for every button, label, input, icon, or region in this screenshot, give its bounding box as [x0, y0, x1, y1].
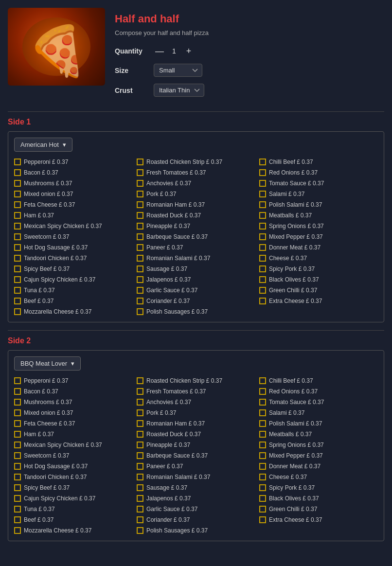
topping-checkbox[interactable]	[137, 399, 143, 406]
topping-checkbox[interactable]	[259, 276, 266, 283]
topping-checkbox[interactable]	[259, 399, 266, 406]
topping-checkbox[interactable]	[14, 201, 21, 208]
topping-checkbox[interactable]	[14, 255, 21, 262]
topping-checkbox[interactable]	[137, 223, 143, 230]
topping-checkbox[interactable]	[137, 265, 143, 272]
topping-item: Pineapple £ 0.37	[137, 222, 255, 230]
topping-checkbox[interactable]	[14, 377, 21, 384]
topping-checkbox[interactable]	[259, 463, 266, 470]
topping-checkbox[interactable]	[259, 244, 266, 251]
topping-checkbox[interactable]	[137, 255, 143, 262]
topping-checkbox[interactable]	[14, 527, 21, 534]
topping-checkbox[interactable]	[259, 265, 266, 272]
topping-checkbox[interactable]	[137, 442, 143, 448]
topping-checkbox[interactable]	[14, 244, 21, 251]
topping-checkbox[interactable]	[14, 223, 21, 230]
topping-checkbox[interactable]	[137, 463, 143, 470]
topping-checkbox[interactable]	[259, 442, 266, 448]
topping-checkbox[interactable]	[259, 233, 266, 240]
crust-select[interactable]: Italian Thin Thick Stuffed	[154, 84, 204, 97]
topping-checkbox[interactable]	[14, 265, 21, 272]
topping-checkbox[interactable]	[259, 409, 266, 416]
topping-checkbox[interactable]	[259, 506, 266, 513]
topping-checkbox[interactable]	[137, 212, 143, 219]
topping-checkbox[interactable]	[14, 474, 21, 480]
topping-checkbox[interactable]	[14, 431, 21, 438]
topping-checkbox[interactable]	[137, 298, 143, 304]
topping-checkbox[interactable]	[259, 191, 266, 197]
topping-checkbox[interactable]	[137, 516, 143, 523]
topping-checkbox[interactable]	[14, 495, 21, 502]
topping-checkbox[interactable]	[14, 388, 21, 395]
topping-checkbox[interactable]	[14, 409, 21, 416]
topping-item: Hot Dog Sausage £ 0.37	[14, 243, 133, 252]
topping-checkbox[interactable]	[14, 212, 21, 219]
topping-checkbox[interactable]	[259, 180, 266, 187]
side2-pizza-select[interactable]: BBQ Meat Lover ▾	[14, 356, 81, 371]
topping-checkbox[interactable]	[14, 516, 21, 523]
topping-checkbox[interactable]	[137, 484, 143, 491]
topping-checkbox[interactable]	[137, 452, 143, 459]
topping-checkbox[interactable]	[137, 201, 143, 208]
topping-checkbox[interactable]	[14, 298, 21, 304]
topping-checkbox[interactable]	[259, 223, 266, 230]
topping-item: Chilli Beef £ 0.37	[259, 158, 378, 166]
topping-checkbox[interactable]	[137, 506, 143, 513]
topping-checkbox[interactable]	[14, 159, 21, 165]
topping-checkbox[interactable]	[14, 180, 21, 187]
topping-checkbox[interactable]	[259, 431, 266, 438]
topping-checkbox[interactable]	[259, 516, 266, 523]
topping-checkbox[interactable]	[137, 308, 143, 315]
topping-checkbox[interactable]	[259, 169, 266, 176]
topping-checkbox[interactable]	[14, 276, 21, 283]
topping-checkbox[interactable]	[14, 191, 21, 197]
topping-checkbox[interactable]	[259, 495, 266, 502]
topping-checkbox[interactable]	[137, 287, 143, 294]
topping-checkbox[interactable]	[137, 244, 143, 251]
quantity-plus-button[interactable]: +	[183, 45, 195, 57]
topping-checkbox[interactable]	[259, 452, 266, 459]
topping-checkbox[interactable]	[14, 463, 21, 470]
topping-checkbox[interactable]	[14, 420, 21, 427]
topping-checkbox[interactable]	[259, 201, 266, 208]
quantity-minus-button[interactable]: —	[154, 45, 165, 57]
topping-checkbox[interactable]	[259, 287, 266, 294]
topping-checkbox[interactable]	[137, 527, 143, 534]
topping-checkbox[interactable]	[14, 452, 21, 459]
topping-checkbox[interactable]	[14, 442, 21, 448]
topping-checkbox[interactable]	[137, 169, 143, 176]
topping-checkbox[interactable]	[259, 298, 266, 304]
topping-checkbox[interactable]	[137, 233, 143, 240]
topping-checkbox[interactable]	[14, 484, 21, 491]
topping-checkbox[interactable]	[137, 420, 143, 427]
topping-checkbox[interactable]	[259, 420, 266, 427]
topping-checkbox[interactable]	[137, 159, 143, 165]
topping-checkbox[interactable]	[259, 212, 266, 219]
topping-checkbox[interactable]	[137, 388, 143, 395]
topping-checkbox[interactable]	[137, 180, 143, 187]
topping-checkbox[interactable]	[137, 191, 143, 197]
topping-checkbox[interactable]	[259, 159, 266, 165]
topping-checkbox[interactable]	[14, 287, 21, 294]
topping-checkbox[interactable]	[259, 474, 266, 480]
topping-item: Mozzarella Cheese £ 0.37	[14, 307, 133, 316]
topping-checkbox[interactable]	[137, 495, 143, 502]
topping-checkbox[interactable]	[259, 484, 266, 491]
topping-checkbox[interactable]	[14, 233, 21, 240]
topping-checkbox[interactable]	[259, 377, 266, 384]
topping-item: Paneer £ 0.37	[137, 462, 255, 471]
topping-checkbox[interactable]	[137, 474, 143, 480]
topping-checkbox[interactable]	[14, 169, 21, 176]
topping-checkbox[interactable]	[14, 506, 21, 513]
topping-checkbox[interactable]	[137, 409, 143, 416]
topping-checkbox[interactable]	[137, 431, 143, 438]
topping-checkbox[interactable]	[259, 255, 266, 262]
topping-checkbox[interactable]	[14, 399, 21, 406]
size-select[interactable]: Small Medium Large	[154, 64, 202, 77]
side1-pizza-select[interactable]: American Hot ▾	[14, 138, 72, 152]
topping-checkbox[interactable]	[14, 308, 21, 315]
topping-item: Tomato Sauce £ 0.37	[259, 179, 378, 188]
topping-checkbox[interactable]	[137, 377, 143, 384]
topping-checkbox[interactable]	[137, 276, 143, 283]
topping-checkbox[interactable]	[259, 388, 266, 395]
